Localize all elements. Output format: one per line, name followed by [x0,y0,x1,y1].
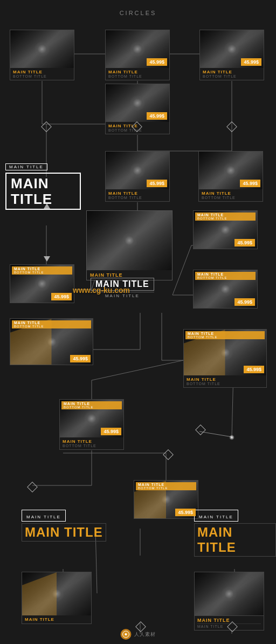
card-6: 45.99$ MAIN TITLE BOTTOM TITLE [198,151,263,202]
card-18: MAIN TITLE MAIN TITLE [194,572,264,631]
card-3-label: MAIN TITLE BOTTOM TITLE [200,68,264,80]
bottom-logo: 人人素材 [121,629,156,640]
card-13: MAIN TITLE BOTTOM TITLE 45.99$ MAIN TITL… [59,399,124,450]
card-5-image: 45.99$ [106,152,169,189]
diamond-connector-3 [226,121,237,132]
card-11: MAIN TITLE BOTTOM TITLE 45.99$ [10,318,93,365]
big-title-bottom-right: MAIN TITLE MAIN TITLE [194,510,276,557]
card-6-image: 45.99$ [199,152,263,189]
card-14: MAIN TITLE BOTTOM TITLE 45.99$ [134,480,198,519]
diamond-lower-1 [27,482,38,492]
card-1-label: MAIN TITLE BOTTOM TITLE [10,68,74,80]
card-1: MAIN TITLE BOTTOM TITLE [10,30,74,80]
glint-1 [229,435,234,440]
card-11-image: MAIN TITLE BOTTOM TITLE 45.99$ [10,319,93,365]
svg-line-25 [92,360,183,380]
logo-text: 人人素材 [134,631,156,638]
card-13-image: MAIN TITLE BOTTOM TITLE 45.99$ [60,400,123,437]
card-8: MAIN TITLE BOTTOM TITLE 45.99$ [193,210,258,249]
card-13-label: MAIN TITLE BOTTOM TITLE [60,437,123,449]
card-9-image: MAIN TITLE BOTTOM TITLE 45.99$ [10,265,74,303]
arrow-down-1 [44,256,50,262]
big-title-left: MAIN TITLE MAIN TITLE [5,161,81,210]
card-12-label: MAIN TITLE BOTTOM TITLE [184,375,266,387]
card-5: 45.99$ MAIN TITLE BOTTOM TITLE [105,151,170,202]
card-3-image: 45.99$ [200,30,264,68]
card-10-image: MAIN TITLE BOTTOM TITLE 45.99$ [194,270,257,308]
card-2-label: MAIN TITLE BOTTOM TITLE [106,68,169,80]
card-6-label: MAIN TITLE BOTTOM TITLE [199,189,263,201]
logo-icon [121,629,132,640]
card-14-image: MAIN TITLE BOTTOM TITLE 45.99$ [134,481,198,518]
card-18-image [195,572,264,615]
card-10: MAIN TITLE BOTTOM TITLE 45.99$ [193,270,258,309]
svg-point-37 [125,633,127,635]
diamond-connector-1 [41,121,52,132]
card-4-image: 45.99$ [106,84,169,122]
card-2: 45.99$ MAIN TITLE BOTTOM TITLE [105,30,170,80]
page-title: CIRCLES [0,0,276,22]
watermark: www.cg-ku.com [73,286,130,294]
card-1-image [10,30,74,68]
card-2-image: 45.99$ [106,30,169,68]
card-12: MAIN TITLE BOTTOM TITLE 45.99$ MAIN TITL… [183,329,267,388]
card-17-label: MAIN TITLE [22,615,91,624]
card-5-label: MAIN TITLE BOTTOM TITLE [106,189,169,201]
card-17-image [22,572,91,615]
card-12-image: MAIN TITLE BOTTOM TITLE 45.99$ [184,330,266,375]
card-3: 45.99$ MAIN TITLE BOTTOM TITLE [199,30,264,80]
large-card-center: MAIN TITLE [86,210,172,280]
diamond-lower-3 [195,424,206,435]
big-title-bottom-left: MAIN TITLE MAIN TITLE [22,510,106,542]
large-card-image [87,211,172,270]
diamond-lower-2 [163,449,174,460]
svg-line-16 [172,245,191,295]
svg-line-28 [199,431,232,437]
card-9: MAIN TITLE BOTTOM TITLE 45.99$ [10,264,74,303]
arrow-up-1 [44,203,50,209]
card-8-image: MAIN TITLE BOTTOM TITLE 45.99$ [194,211,257,249]
card-17: MAIN TITLE [22,572,92,624]
